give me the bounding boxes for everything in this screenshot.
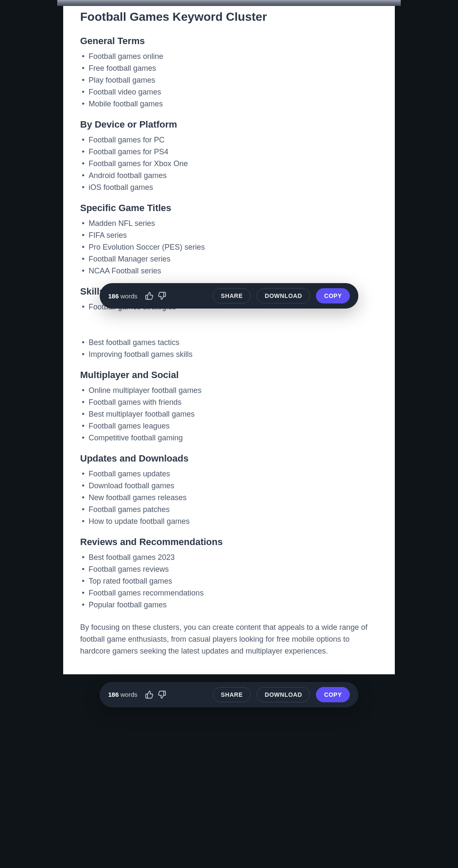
keyword-list: Madden NFL seriesFIFA seriesPro Evolutio…: [80, 218, 378, 277]
list-item: Free football games: [89, 63, 378, 74]
section-heading: Multiplayer and Social: [80, 370, 378, 381]
keyword-list: Football games updatesDownload football …: [80, 468, 378, 527]
list-item: Improving football games skills: [89, 349, 378, 360]
list-item: Football games with friends: [89, 397, 378, 408]
section-heading: Specific Game Titles: [80, 203, 378, 214]
section-heading: Reviews and Recommendations: [80, 537, 378, 548]
list-item: FIFA series: [89, 230, 378, 241]
share-button[interactable]: SHARE: [213, 288, 251, 303]
list-item: Football Manager series: [89, 253, 378, 265]
action-toolbar-bottom: 186 words SHARE DOWNLOAD COPY: [100, 682, 358, 707]
list-item: Best football games 2023: [89, 552, 378, 563]
list-item: Popular football games: [89, 599, 378, 611]
closing-paragraph: By focusing on these clusters, you can c…: [80, 622, 378, 657]
list-item: Football games for Xbox One: [89, 158, 378, 170]
list-item: Pro Evolution Soccer (PES) series: [89, 242, 378, 253]
copy-button[interactable]: COPY: [316, 687, 350, 702]
list-item: Competitive football gaming: [89, 432, 378, 444]
list-item: New football games releases: [89, 492, 378, 504]
list-item: Best multiplayer football games: [89, 409, 378, 420]
list-item: Football games patches: [89, 504, 378, 515]
thumbs-down-icon[interactable]: [158, 292, 166, 300]
keyword-list: Football games strategies Best football …: [80, 301, 378, 360]
list-item: Football games for PS4: [89, 146, 378, 158]
section-heading: Updates and Downloads: [80, 453, 378, 464]
page-title: Football Games Keyword Cluster: [80, 10, 378, 24]
copy-button[interactable]: COPY: [316, 288, 350, 303]
list-item: Android football games: [89, 170, 378, 181]
keyword-list: Online multiplayer football gamesFootbal…: [80, 385, 378, 444]
thumbs-down-icon[interactable]: [158, 690, 166, 699]
thumbs-up-icon[interactable]: [145, 292, 154, 300]
list-item: Football games reviews: [89, 564, 378, 575]
list-item: Top rated football games: [89, 576, 378, 587]
section-heading: General Terms: [80, 36, 378, 47]
keyword-list: Best football games 2023Football games r…: [80, 552, 378, 611]
keyword-list: Football games for PCFootball games for …: [80, 134, 378, 193]
list-item: iOS football games: [89, 182, 378, 193]
download-button[interactable]: DOWNLOAD: [257, 288, 310, 303]
window-top-bar: [57, 0, 401, 6]
download-button[interactable]: DOWNLOAD: [257, 687, 310, 702]
share-button[interactable]: SHARE: [213, 687, 251, 702]
list-item: NCAA Football series: [89, 265, 378, 277]
list-item: Download football games: [89, 480, 378, 492]
list-item: Football games for PC: [89, 134, 378, 146]
thumbs-up-icon[interactable]: [145, 690, 154, 699]
list-item: Mobile football games: [89, 98, 378, 110]
list-item: Online multiplayer football games: [89, 385, 378, 396]
word-count: 186 words: [108, 292, 137, 300]
word-count: 186 words: [108, 691, 137, 698]
list-item: Football games updates: [89, 468, 378, 480]
list-item: Football games online: [89, 51, 378, 62]
keyword-list: Football games onlineFree football games…: [80, 51, 378, 110]
list-item: Football video games: [89, 86, 378, 98]
list-item: Football games leagues: [89, 420, 378, 432]
action-toolbar-floating: 186 words SHARE DOWNLOAD COPY: [100, 283, 358, 309]
list-item: Play football games: [89, 75, 378, 86]
document-content: Football Games Keyword Cluster General T…: [63, 6, 395, 674]
list-item: How to update football games: [89, 516, 378, 527]
list-item: Best football games tactics: [89, 337, 378, 348]
list-item: Madden NFL series: [89, 218, 378, 229]
list-item: Football games recommendations: [89, 587, 378, 599]
section-heading: By Device or Platform: [80, 119, 378, 130]
